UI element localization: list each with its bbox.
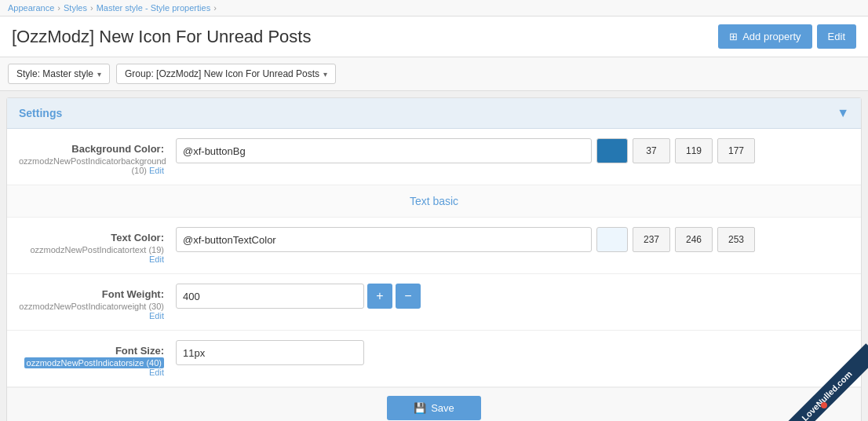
add-property-button[interactable]: ⊞ Add property (718, 24, 811, 49)
font-weight-sub-text: ozzmodzNewPostIndicatorweight (30) (19, 302, 164, 311)
group-filter-dropdown[interactable]: Group: [OzzModz] New Icon For Unread Pos… (116, 64, 336, 84)
page-title: [OzzModz] New Icon For Unread Posts (12, 27, 311, 47)
font-size-label: Font Size: (19, 345, 164, 357)
font-size-sub-highlighted: ozzmodzNewPostIndicatorsize (40) (24, 357, 164, 368)
text-color-r: 237 (633, 227, 670, 252)
text-basic-subsection: Text basic (7, 185, 861, 218)
background-color-label: Background Color: (19, 143, 164, 155)
font-weight-increment-button[interactable]: + (367, 284, 392, 309)
background-color-edit-link[interactable]: Edit (149, 166, 164, 175)
breadcrumb-sep-3: › (213, 3, 217, 13)
background-color-sub-text: ozzmodzNewPostIndicatorbackground (10) (19, 156, 166, 175)
add-property-label: Add property (742, 31, 801, 42)
font-size-label-col: Font Size: ozzmodzNewPostIndicatorsize (… (19, 340, 176, 377)
font-weight-label: Font Weight: (19, 288, 164, 300)
breadcrumb-styles[interactable]: Styles (64, 3, 87, 13)
font-weight-decrement-button[interactable]: − (396, 284, 421, 309)
background-color-sub: ozzmodzNewPostIndicatorbackground (10) E… (19, 156, 164, 175)
chevron-down-icon-2: ▾ (323, 70, 327, 79)
font-size-input-col (176, 340, 849, 365)
font-weight-input-col: + − (176, 284, 849, 309)
breadcrumb: Appearance › Styles › Master style - Sty… (0, 0, 868, 16)
font-weight-edit-link[interactable]: Edit (149, 311, 164, 320)
section-toggle-icon[interactable]: ▼ (837, 106, 849, 120)
text-color-input[interactable] (176, 227, 592, 252)
header-actions: ⊞ Add property Edit (718, 24, 856, 49)
text-color-b: 253 (717, 227, 755, 252)
page-header: [OzzModz] New Icon For Unread Posts ⊞ Ad… (0, 16, 868, 57)
breadcrumb-sep-1: › (57, 3, 60, 13)
main-content: Settings ▼ Background Color: ozzmodzNewP… (6, 97, 862, 421)
font-size-row: Font Size: ozzmodzNewPostIndicatorsize (… (7, 331, 861, 387)
font-weight-sub: ozzmodzNewPostIndicatorweight (30) Edit (19, 302, 164, 320)
edit-button[interactable]: Edit (817, 24, 856, 49)
font-weight-row: Font Weight: ozzmodzNewPostIndicatorweig… (7, 274, 861, 331)
settings-section-header: Settings ▼ (7, 98, 861, 129)
text-color-g: 246 (675, 227, 713, 252)
background-color-input[interactable] (176, 138, 592, 163)
background-color-row: Background Color: ozzmodzNewPostIndicato… (7, 129, 861, 185)
background-color-label-col: Background Color: ozzmodzNewPostIndicato… (19, 138, 176, 175)
filter-bar: Style: Master style ▾ Group: [OzzModz] N… (0, 57, 868, 91)
breadcrumb-sep-2: › (90, 3, 93, 13)
group-filter-label: Group: [OzzModz] New Icon For Unread Pos… (125, 68, 319, 79)
settings-section-title: Settings (19, 107, 62, 119)
save-row: 💾 Save (7, 387, 861, 421)
background-color-r: 37 (633, 138, 670, 163)
font-size-sub: ozzmodzNewPostIndicatorsize (40) Edit (19, 358, 164, 377)
text-color-swatch[interactable] (596, 227, 628, 252)
text-color-input-col: 237 246 253 (176, 227, 849, 252)
font-size-edit-link[interactable]: Edit (149, 368, 164, 377)
style-filter-dropdown[interactable]: Style: Master style ▾ (8, 64, 110, 84)
breadcrumb-appearance[interactable]: Appearance (8, 3, 54, 13)
breadcrumb-master-style[interactable]: Master style - Style properties (97, 3, 211, 13)
plus-box-icon: ⊞ (729, 31, 738, 42)
background-color-g: 119 (675, 138, 713, 163)
save-icon: 💾 (414, 402, 426, 414)
text-color-label-col: Text Color: ozzmodzNewPostIndicatortext … (19, 227, 176, 264)
text-color-label: Text Color: (19, 232, 164, 243)
text-color-row: Text Color: ozzmodzNewPostIndicatortext … (7, 218, 861, 274)
text-color-sub-text: ozzmodzNewPostIndicatortext (19) (30, 245, 164, 254)
chevron-down-icon: ▾ (97, 70, 101, 79)
font-weight-label-col: Font Weight: ozzmodzNewPostIndicatorweig… (19, 284, 176, 320)
font-weight-input-group: + − (176, 284, 421, 309)
text-color-sub: ozzmodzNewPostIndicatortext (19) Edit (19, 245, 164, 264)
text-basic-title: Text basic (410, 195, 458, 207)
background-color-b: 177 (717, 138, 755, 163)
save-label: Save (431, 402, 454, 414)
style-filter-label: Style: Master style (16, 68, 93, 79)
background-color-input-col: 37 119 177 (176, 138, 849, 163)
font-weight-input[interactable] (176, 284, 364, 309)
font-size-input[interactable] (176, 340, 364, 365)
text-color-edit-link[interactable]: Edit (149, 254, 164, 264)
background-color-swatch[interactable] (596, 138, 628, 163)
save-button[interactable]: 💾 Save (387, 396, 481, 420)
